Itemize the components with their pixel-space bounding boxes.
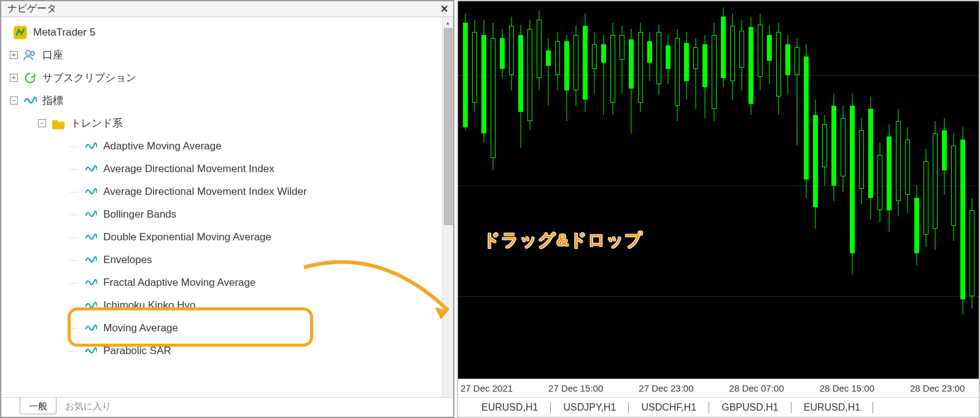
tree-connector: ···· <box>69 302 79 309</box>
tree-accounts[interactable]: + 口座 <box>7 44 440 66</box>
tree-trend-folder[interactable]: − トレンド系 <box>7 112 440 135</box>
symbol-tab[interactable]: USDCHF,H1 <box>629 402 709 413</box>
navigator-tree: MetaTrader 5 + 口座 + サブスクリプション − <box>1 17 442 397</box>
subscriptions-label: サブスクリプション <box>42 71 136 85</box>
symbol-tab[interactable]: EURUSD,H1 <box>469 402 551 413</box>
tree-connector: ···· <box>69 165 79 173</box>
indicators-label: 指標 <box>42 93 63 108</box>
symbol-tabs: EURUSD,H1USDJPY,H1USDCHF,H1GBPUSD,H1EURU… <box>458 397 979 417</box>
indicator-label: Envelopes <box>103 254 152 266</box>
indicator-label: Bollinger Bands <box>103 208 176 221</box>
close-icon[interactable]: ✕ <box>438 4 449 15</box>
indicator-item[interactable]: ····Adaptive Moving Average <box>7 135 440 157</box>
indicator-icon <box>84 207 98 222</box>
time-label: 28 Dec 23:00 <box>910 383 965 393</box>
indicator-label: Parabolic SAR <box>103 345 171 357</box>
tree-connector: ···· <box>69 211 79 218</box>
scroll-up-icon[interactable]: ▴ <box>443 17 453 28</box>
indicator-item[interactable]: ····Parabolic SAR <box>7 339 440 362</box>
indicator-icon <box>84 275 98 290</box>
indicator-item[interactable]: ····Envelopes <box>7 248 440 271</box>
tree-connector: ···· <box>69 279 79 286</box>
chart-area: ドラッグ&ドロップ 27 Dec 202127 Dec 15:0027 Dec … <box>457 0 980 418</box>
collapse-icon[interactable]: − <box>10 97 18 104</box>
tree-indicators[interactable]: − 指標 <box>7 89 440 112</box>
navigator-tabs: 一般 お気に入り <box>1 397 453 417</box>
tree-connector: ···· <box>69 188 79 195</box>
indicator-icon <box>23 93 37 108</box>
svg-point-1 <box>26 50 31 55</box>
indicator-item[interactable]: ····Double Exponential Moving Average <box>7 226 440 248</box>
svg-point-2 <box>31 52 34 55</box>
tree-root-label: MetaTrader 5 <box>33 26 95 39</box>
indicator-icon <box>84 253 98 267</box>
tree-connector: ···· <box>69 325 79 332</box>
accounts-label: 口座 <box>42 48 63 62</box>
tab-general[interactable]: 一般 <box>20 398 56 414</box>
refresh-icon <box>23 71 37 85</box>
symbol-tab[interactable]: EURUSD,H1 <box>791 402 873 413</box>
time-label: 27 Dec 23:00 <box>639 383 693 393</box>
dragdrop-annotation: ドラッグ&ドロップ <box>483 229 643 252</box>
indicator-icon <box>84 139 98 154</box>
collapse-icon[interactable]: − <box>38 119 46 127</box>
indicator-item[interactable]: ····Average Directional Movement Index W… <box>7 180 440 203</box>
indicator-label: Moving Average <box>103 322 178 334</box>
indicator-label: Fractal Adaptive Moving Average <box>103 277 255 289</box>
tree-subscriptions[interactable]: + サブスクリプション <box>7 66 440 89</box>
tab-favorites[interactable]: お気に入り <box>56 398 120 414</box>
indicator-item[interactable]: ····Bollinger Bands <box>7 203 440 226</box>
indicator-icon <box>84 344 98 358</box>
mt5-icon <box>12 25 28 41</box>
chart-canvas[interactable]: ドラッグ&ドロップ <box>458 1 979 379</box>
indicator-item[interactable]: ····Fractal Adaptive Moving Average <box>7 271 440 294</box>
tree-connector: ···· <box>69 347 79 355</box>
indicator-icon <box>84 298 98 313</box>
indicator-icon <box>84 321 98 336</box>
expand-icon[interactable]: + <box>10 74 18 82</box>
time-label: 28 Dec 07:00 <box>729 383 784 393</box>
time-label: 27 Dec 15:00 <box>548 383 603 393</box>
indicator-item[interactable]: ····Average Directional Movement Index <box>7 157 440 180</box>
indicator-label: Double Exponential Moving Average <box>103 231 271 243</box>
indicator-icon <box>84 230 98 245</box>
indicator-label: Ichimoku Kinko Hyo <box>103 299 195 312</box>
indicator-label: Average Directional Movement Index Wilde… <box>103 186 306 198</box>
trend-folder-label: トレンド系 <box>71 116 123 130</box>
expand-icon[interactable]: + <box>10 51 18 59</box>
time-label: 28 Dec 15:00 <box>820 383 874 393</box>
navigator-titlebar: ナビゲータ ✕ <box>1 1 453 17</box>
scroll-thumb[interactable] <box>444 28 453 225</box>
symbol-tab[interactable]: USDJPY,H1 <box>551 402 629 413</box>
tree-connector: ···· <box>69 256 79 264</box>
tree-root[interactable]: MetaTrader 5 <box>7 21 440 44</box>
indicator-icon <box>84 184 98 199</box>
tree-connector: ···· <box>69 234 79 241</box>
folder-icon <box>51 116 66 131</box>
time-label: 27 Dec 2021 <box>461 383 513 393</box>
indicator-item[interactable]: ····Ichimoku Kinko Hyo <box>7 294 440 317</box>
indicator-item[interactable]: ····Moving Average <box>7 317 440 339</box>
navigator-title: ナビゲータ <box>7 2 56 15</box>
indicator-label: Adaptive Moving Average <box>103 140 221 152</box>
time-axis: 27 Dec 202127 Dec 15:0027 Dec 23:0028 De… <box>458 379 979 397</box>
users-icon <box>23 48 37 63</box>
navigator-panel: ナビゲータ ✕ MetaTrader 5 + 口座 + <box>0 0 454 418</box>
indicator-icon <box>84 162 98 176</box>
scrollbar[interactable]: ▴ <box>442 17 453 397</box>
tree-connector: ···· <box>69 143 79 150</box>
indicator-label: Average Directional Movement Index <box>103 163 274 175</box>
symbol-tab[interactable]: GBPUSD,H1 <box>709 402 791 413</box>
